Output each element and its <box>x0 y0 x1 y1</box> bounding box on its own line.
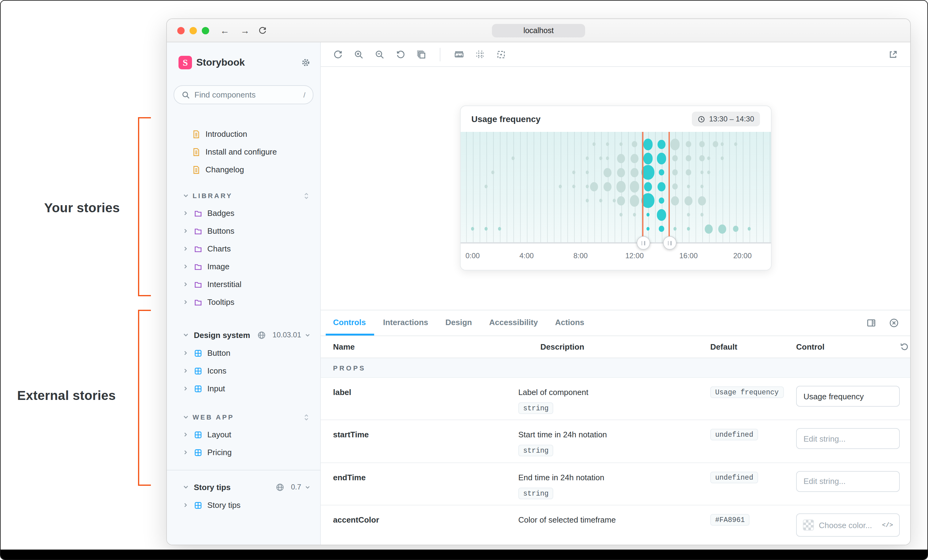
search-input[interactable]: Find components / <box>174 85 313 104</box>
sidebar-item-changelog[interactable]: Changelog <box>167 161 320 179</box>
gridline <box>473 132 473 242</box>
tab-design[interactable]: Design <box>437 310 481 336</box>
sidebar-item-charts[interactable]: Charts <box>167 240 320 258</box>
bubble <box>701 213 704 217</box>
chevron-down-icon[interactable] <box>304 331 311 338</box>
remount-icon[interactable] <box>333 49 343 59</box>
control-text-input-starttime[interactable] <box>796 429 900 449</box>
prop-description: Start time in 24h notation <box>518 430 607 439</box>
back-button[interactable]: ← <box>220 26 229 35</box>
bubble <box>673 155 678 161</box>
bracket-external-stories <box>138 310 151 486</box>
tab-actions[interactable]: Actions <box>546 310 593 336</box>
bubble <box>643 138 653 150</box>
sidebar-item-badges[interactable]: Badges <box>167 204 320 222</box>
grid-icon[interactable] <box>475 49 485 59</box>
bubble <box>632 141 637 147</box>
close-window-button[interactable] <box>177 27 185 34</box>
reset-controls-button[interactable] <box>900 342 911 351</box>
axis-tick-label: 8:00 <box>574 252 588 260</box>
sidebar-item-label: Buttons <box>207 226 234 235</box>
toolbar-divider <box>440 47 440 61</box>
sidebar-item-interstitial[interactable]: Interstitial <box>167 275 320 293</box>
story-container-icon[interactable] <box>417 49 426 59</box>
control-text-input-label[interactable] <box>796 386 900 407</box>
prop-default-chip: Usage frequency <box>710 386 783 398</box>
folder-icon <box>194 244 203 253</box>
zoom-reset-icon[interactable] <box>395 49 405 59</box>
folder-icon <box>194 227 203 235</box>
bubble <box>721 156 724 160</box>
sidebar-item-icons[interactable]: Icons <box>167 362 320 380</box>
address-bar[interactable]: localhost <box>492 24 585 37</box>
prop-name: accentColor <box>333 513 518 525</box>
panel-position-icon[interactable] <box>860 310 882 336</box>
control-text-input-endtime[interactable] <box>796 471 900 491</box>
bubble <box>630 168 638 177</box>
gridline <box>547 132 547 242</box>
gridline <box>466 132 467 242</box>
collapse-all-icon[interactable] <box>302 413 311 421</box>
bubble <box>603 168 611 177</box>
section-header-web-app[interactable]: WEB APP <box>167 409 320 426</box>
sidebar-item-layout[interactable]: Layout <box>167 426 320 444</box>
browser-window: ← → localhost S Storybook <box>166 18 911 545</box>
sidebar-item-install-and-configure[interactable]: Install and configure <box>167 143 320 161</box>
collapse-all-icon[interactable] <box>302 192 311 200</box>
bubble <box>699 141 705 147</box>
tab-controls[interactable]: Controls <box>326 310 374 336</box>
bubble <box>498 227 501 230</box>
table-row: accentColor Color of selected timeframe … <box>321 505 910 545</box>
tab-accessibility[interactable]: Accessibility <box>481 310 546 336</box>
close-panel-icon[interactable] <box>882 310 910 336</box>
axis-tick-label: 12:00 <box>625 252 644 260</box>
bubble <box>606 142 609 146</box>
measure-icon[interactable] <box>454 49 464 60</box>
bubble <box>485 227 488 230</box>
outline-icon[interactable] <box>496 49 506 59</box>
bubble <box>642 193 654 208</box>
table-row: startTime Start time in 24h notation str… <box>321 420 910 463</box>
zoom-in-icon[interactable] <box>354 49 364 59</box>
sidebar-item-introduction[interactable]: Introduction <box>167 125 320 143</box>
range-slider-handle[interactable] <box>663 236 676 250</box>
tab-interactions[interactable]: Interactions <box>374 310 437 336</box>
code-icon[interactable]: </> <box>882 522 893 528</box>
open-external-icon[interactable] <box>888 49 898 59</box>
sidebar-item-tooltips[interactable]: Tooltips <box>167 293 320 311</box>
annotation-your-stories: Your stories <box>44 201 120 215</box>
sidebar-item-input[interactable]: Input <box>167 380 320 397</box>
sidebar-item-buttons[interactable]: Buttons <box>167 222 320 240</box>
sidebar-item-image[interactable]: Image <box>167 258 320 275</box>
bubble <box>633 213 636 217</box>
storybook-logo-icon: S <box>179 56 192 69</box>
sidebar-item-button[interactable]: Button <box>167 344 320 362</box>
sidebar-item-label: Tooltips <box>207 298 234 307</box>
version-selector[interactable]: 0.7 <box>291 483 301 491</box>
chevron-down-icon[interactable] <box>304 484 311 490</box>
axis-tick-label: 20:00 <box>733 252 752 260</box>
sidebar-item-label: Install and configure <box>206 147 277 156</box>
version-selector[interactable]: 10.03.01 <box>273 331 301 339</box>
section-header-library[interactable]: LIBRARY <box>167 187 320 204</box>
sidebar-item-story-tips[interactable]: Story tips <box>167 496 320 514</box>
section-header-story-tips[interactable]: Story tips 0.7 <box>167 478 320 496</box>
maximize-window-button[interactable] <box>202 27 209 34</box>
sidebar-item-pricing[interactable]: Pricing <box>167 444 320 461</box>
gridline <box>527 132 527 242</box>
bubble <box>707 171 710 174</box>
minimize-window-button[interactable] <box>189 27 197 34</box>
bottom-black-bar <box>1 549 927 559</box>
zoom-out-icon[interactable] <box>375 49 385 59</box>
bubble <box>721 142 724 146</box>
gear-icon[interactable] <box>301 58 310 67</box>
section-header-design-system[interactable]: Design system 10.03.01 <box>167 326 320 344</box>
gridline <box>567 132 568 242</box>
reload-button[interactable] <box>258 26 267 35</box>
bubble <box>613 199 616 202</box>
forward-button[interactable]: → <box>240 26 250 35</box>
choose-color-button[interactable]: Choose color... </> <box>796 513 900 537</box>
bubble <box>599 156 602 160</box>
globe-icon <box>257 330 267 339</box>
chevron-down-icon <box>182 192 189 199</box>
